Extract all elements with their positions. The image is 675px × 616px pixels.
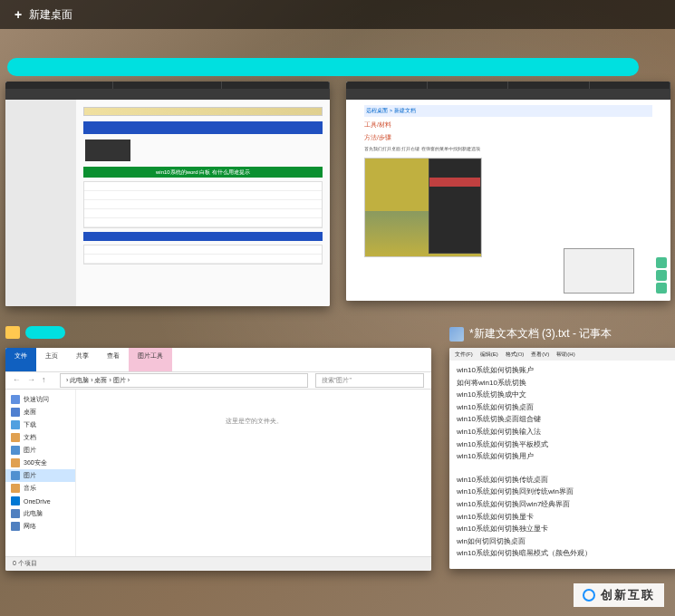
new-desktop-button[interactable]: + 新建桌面 — [14, 7, 72, 23]
status-bar: 0 个项目 — [5, 556, 431, 571]
watermark-logo-icon — [583, 589, 595, 602]
folder-icon — [5, 326, 20, 339]
menu-item[interactable]: 文件(F) — [455, 351, 473, 359]
download-icon — [11, 420, 20, 429]
doc-icon — [11, 458, 20, 467]
sidebar-item[interactable]: 文档 — [5, 431, 75, 444]
ribbon-tab-home[interactable]: 主页 — [36, 348, 67, 371]
watermark: 创新互联 — [574, 583, 664, 607]
pic-icon — [11, 471, 20, 480]
window-chrome-1[interactable]: win10系统的word 白板 有什么用途提示 — [5, 82, 330, 306]
sidebar-label: 文档 — [24, 433, 36, 442]
sidebar-item[interactable]: OneDrive — [5, 495, 75, 507]
article-screenshot — [364, 158, 482, 257]
article-text: 首先我们打开桌面 打开右键 在弹窗的菜单中找到新建选项 — [364, 146, 652, 152]
doc-icon — [11, 433, 20, 442]
sidebar-item[interactable]: 360安全 — [5, 457, 75, 469]
ribbon-tab-share[interactable]: 共享 — [67, 348, 98, 371]
notepad-line: win10系统如何切换回到传统win界面 — [457, 486, 673, 498]
address-path[interactable]: › 此电脑 › 桌面 › 图片 › — [60, 373, 308, 388]
search-input[interactable]: 搜索"图片" — [315, 373, 424, 388]
explorer-content: 这里是空的文件夹。 — [76, 390, 431, 556]
empty-message: 这里是空的文件夹。 — [226, 417, 283, 426]
notepad-line: win10系统如何切换显卡 — [457, 511, 673, 524]
small-dialog — [564, 248, 634, 294]
word-toolbar — [83, 107, 323, 116]
menu-item[interactable]: 帮助(H) — [556, 351, 574, 359]
sidebar-item[interactable]: 音乐 — [5, 482, 75, 495]
notepad-line: win10系统如何切换独立显卡 — [457, 523, 673, 535]
notepad-line: win10系统如何切换暗黑模式（颜色外观） — [457, 547, 673, 560]
shortcut-table-2 — [83, 245, 323, 265]
badge-icon — [656, 283, 667, 294]
back-icon[interactable]: ← — [13, 375, 24, 386]
blue-section — [83, 232, 323, 241]
sidebar-item[interactable]: 桌面 — [5, 406, 75, 419]
notepad-line: win10系统如何切换用户 — [457, 450, 673, 463]
sidebar-item[interactable]: 图片 — [5, 469, 75, 482]
sidebar-label: 图片 — [24, 471, 36, 480]
thumb-image — [85, 140, 130, 161]
explorer-ribbon: 文件 主页 共享 查看 图片工具 — [5, 348, 431, 371]
notepad-line: win10系统如何切换传统桌面 — [457, 474, 673, 486]
sidebar-label: 快速访问 — [24, 395, 49, 404]
sidebar-label: 图片 — [24, 446, 36, 455]
menu-item[interactable]: 格式(O) — [506, 351, 525, 359]
notepad-line: win10系统如何切换平板模式 — [457, 438, 673, 451]
sidebar-label: 音乐 — [24, 484, 36, 493]
net-icon — [11, 522, 20, 531]
plus-icon: + — [14, 7, 22, 22]
notepad-line: win如何切回切换桌面 — [457, 535, 673, 548]
chrome-tabs — [5, 82, 330, 89]
article-subtitle: 方法/步骤 — [364, 133, 652, 142]
notepad-icon — [449, 327, 464, 342]
redaction-strip — [7, 58, 639, 76]
sidebar-label: 此电脑 — [24, 509, 43, 518]
doc-icon — [11, 484, 20, 493]
sidebar-item[interactable]: 网络 — [5, 520, 75, 533]
ribbon-tab-file[interactable]: 文件 — [5, 348, 36, 371]
notepad-line: win10系统如何切换桌面 — [457, 401, 673, 414]
notepad-line: win10系统如何切换账户 — [457, 364, 673, 377]
sidebar-label: OneDrive — [24, 498, 51, 505]
badge-icon — [656, 270, 667, 281]
sidebar-item[interactable]: 此电脑 — [5, 507, 75, 520]
chrome-addressbar — [5, 89, 330, 100]
chrome-addressbar — [346, 89, 670, 100]
notepad-line: win10系统切换成中文 — [457, 389, 673, 401]
ribbon-tab-pictools[interactable]: 图片工具 — [129, 348, 172, 371]
explorer-sidebar: 快速访问桌面下载文档图片360安全图片音乐OneDrive此电脑网络 — [5, 390, 76, 556]
forward-icon[interactable]: → — [27, 375, 38, 386]
notepad-line — [457, 463, 673, 474]
sidebar-item[interactable]: 图片 — [5, 444, 75, 457]
chrome1-sidebar — [5, 100, 76, 306]
menu-item[interactable]: 编辑(E) — [480, 351, 498, 359]
notepad-line: win10系统如何切换回win7经典界面 — [457, 498, 673, 511]
chrome-tabs — [346, 82, 670, 89]
onedrive-icon — [11, 496, 20, 505]
menu-item[interactable]: 查看(V) — [531, 351, 549, 359]
sidebar-label: 网络 — [24, 522, 36, 531]
sidebar-item[interactable]: 下载 — [5, 419, 75, 431]
sidebar-item[interactable]: 快速访问 — [5, 393, 75, 406]
window-explorer[interactable]: 文件 主页 共享 查看 图片工具 ← → ↑ › 此电脑 › 桌面 › 图片 ›… — [5, 348, 431, 571]
pic-icon — [11, 446, 20, 455]
blue-header — [83, 121, 323, 134]
window-notepad[interactable]: 文件(F)编辑(E)格式(O)查看(V)帮助(H) win10系统如何切换账户如… — [449, 348, 675, 569]
redaction-label — [25, 326, 65, 339]
task-view-topbar: + 新建桌面 — [0, 0, 675, 29]
ribbon-tab-view[interactable]: 查看 — [98, 348, 129, 371]
notepad-line: win10系统如何切换输入法 — [457, 426, 673, 438]
window-chrome-2[interactable]: 远程桌面 > 新建文档 工具/材料 方法/步骤 首先我们打开桌面 打开右键 在弹… — [346, 82, 670, 301]
sidebar-label: 360安全 — [24, 458, 47, 467]
up-icon[interactable]: ↑ — [42, 375, 53, 386]
sidebar-label: 桌面 — [24, 408, 36, 417]
badge-icon — [656, 257, 667, 268]
desktop-icon — [11, 408, 20, 417]
notepad-menubar: 文件(F)编辑(E)格式(O)查看(V)帮助(H) — [449, 348, 675, 361]
shortcut-table — [83, 181, 323, 228]
notepad-content: win10系统如何切换账户如何将win10系统切换win10系统切换成中文win… — [449, 361, 675, 569]
new-desktop-label: 新建桌面 — [29, 7, 72, 23]
pc-icon — [11, 509, 20, 518]
article-breadcrumb: 远程桌面 > 新建文档 — [364, 105, 652, 117]
